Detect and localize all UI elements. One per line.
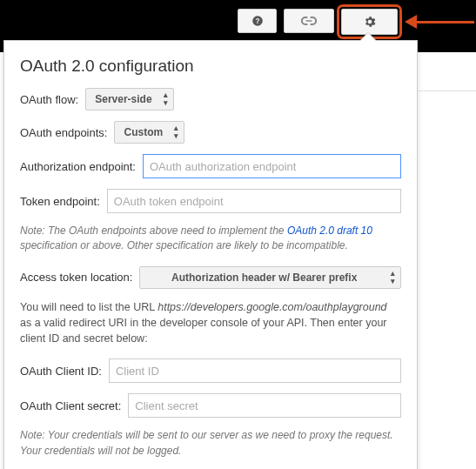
endpoints-note: Note: The OAuth endpoints above need to … — [20, 224, 401, 254]
help-button[interactable]: ? — [238, 9, 277, 33]
chevron-updown-icon: ▴▾ — [391, 270, 395, 285]
help-icon: ? — [251, 15, 264, 27]
oauth-endpoints-select[interactable]: Custom ▴▾ — [114, 121, 184, 144]
topbar-buttons: ? — [238, 9, 398, 35]
oauth-config-panel: OAuth 2.0 configuration OAuth flow: Serv… — [3, 40, 418, 469]
authorization-endpoint-input[interactable] — [143, 154, 401, 178]
info-text: as a valid redirect URI in the developer… — [20, 317, 387, 345]
access-token-location-label: Access token location: — [20, 271, 132, 284]
settings-button[interactable] — [341, 9, 398, 35]
panel-pointer — [359, 32, 377, 41]
oauth-flow-select[interactable]: Server-side ▴▾ — [85, 88, 173, 111]
access-token-location-select[interactable]: Authorization header w/ Bearer prefix ▴▾ — [139, 266, 401, 289]
client-secret-input[interactable] — [128, 393, 401, 418]
link-icon — [300, 16, 318, 26]
note-text: specification or above. Other specificat… — [20, 239, 348, 251]
access-token-location-value: Authorization header w/ Bearer prefix — [171, 271, 357, 284]
token-endpoint-input[interactable] — [107, 189, 401, 213]
oauth-endpoints-label: OAuth endpoints: — [20, 126, 107, 139]
client-id-label: OAuth Client ID: — [20, 365, 102, 378]
oauth-draft-link[interactable]: OAuth 2.0 draft 10 — [287, 224, 372, 237]
credentials-note: Note: Your credentials will be sent to o… — [20, 428, 401, 459]
note-text: Note: The OAuth endpoints above need to … — [20, 224, 287, 237]
gear-icon — [363, 15, 377, 29]
oauth-endpoints-value: Custom — [124, 126, 163, 138]
link-button[interactable] — [284, 9, 334, 33]
divider — [419, 90, 476, 91]
client-secret-label: OAuth Client secret: — [20, 399, 121, 412]
svg-text:?: ? — [255, 17, 259, 25]
chevron-updown-icon: ▴▾ — [164, 91, 168, 107]
panel-title: OAuth 2.0 configuration — [20, 57, 401, 76]
annotation-arrow — [405, 19, 474, 24]
client-id-input[interactable] — [109, 358, 401, 383]
info-text: You will need to list the URL — [20, 301, 158, 313]
redirect-url: https://developers.google.com/oauthplayg… — [158, 301, 386, 313]
oauth-flow-label: OAuth flow: — [20, 93, 78, 106]
oauth-flow-value: Server-side — [95, 93, 151, 105]
chevron-updown-icon: ▴▾ — [174, 124, 178, 140]
redirect-uri-info: You will need to list the URL https://de… — [20, 299, 401, 346]
token-endpoint-label: Token endpoint: — [20, 195, 100, 208]
authorization-endpoint-label: Authorization endpoint: — [20, 160, 136, 173]
